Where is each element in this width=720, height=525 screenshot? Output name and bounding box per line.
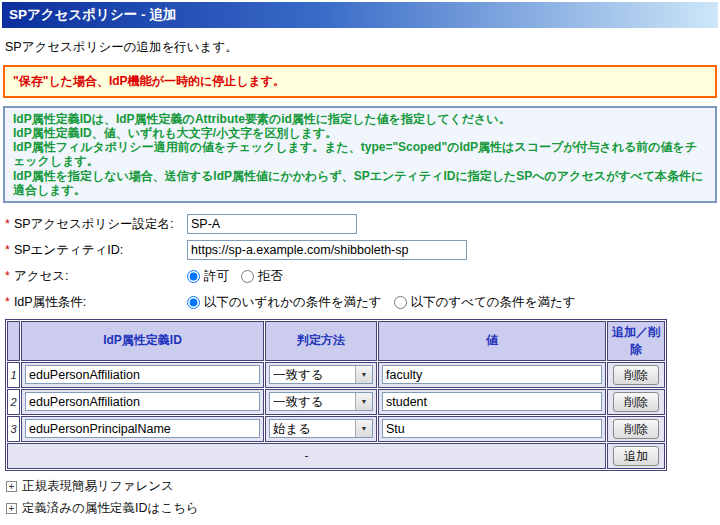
value-cell [378, 389, 606, 415]
value-input[interactable] [382, 419, 602, 438]
condition-option-all[interactable]: 以下のすべての条件を満たす [394, 294, 576, 311]
method-select-value: 一致する [270, 393, 355, 410]
attr-id-cell [21, 416, 264, 442]
col-header-value: 値 [378, 321, 606, 361]
info-line: IdP属性定義IDは、IdP属性定義のAttribute要素のid属性に指定した… [13, 112, 707, 126]
value-cell [378, 416, 606, 442]
value-cell [378, 362, 606, 388]
add-row-button[interactable]: 追加 [613, 446, 659, 466]
method-select[interactable]: 一致する ▼ [269, 392, 373, 411]
attr-condition-radio-group: 以下のいずれかの条件を満たす 以下のすべての条件を満たす [187, 294, 575, 311]
row-number: 3 [7, 416, 20, 442]
info-line: IdP属性フィルタポリシー適用前の値をチェックします。また、type="Scop… [13, 140, 707, 168]
col-header-number [7, 321, 20, 361]
chevron-down-icon[interactable]: ▼ [355, 366, 372, 383]
page-title: SPアクセスポリシー - 追加 [2, 2, 718, 28]
col-header-attr-id: IdP属性定義ID [21, 321, 264, 361]
table-row: 2 一致する ▼ 削除 [7, 389, 665, 415]
attr-condition-label-cell: *IdP属性条件: [5, 294, 187, 311]
info-line: IdP属性定義ID、値、いずれも大文字/小文字を区別します。 [13, 126, 707, 140]
entity-id-input[interactable] [187, 240, 467, 260]
entity-id-label-cell: *SPエンティティID: [5, 242, 187, 259]
col-header-method: 判定方法 [265, 321, 377, 361]
policy-name-row: *SPアクセスポリシー設定名: [5, 214, 718, 235]
method-select[interactable]: 始まる ▼ [269, 419, 373, 438]
access-option-deny[interactable]: 拒否 [241, 268, 283, 285]
method-cell: 一致する ▼ [265, 362, 377, 388]
info-line: IdP属性を指定しない場合、送信するIdP属性値にかかわらず、SPエンティティI… [13, 169, 707, 197]
condition-option-all-label: 以下のすべての条件を満たす [411, 294, 576, 311]
method-select-value: 一致する [270, 366, 355, 383]
conditions-table: IdP属性定義ID 判定方法 値 追加／削除 1 一致する ▼ 削除 [5, 319, 667, 471]
form-section: *SPアクセスポリシー設定名: *SPエンティティID: *アクセス: 許可 [5, 214, 718, 313]
warning-text: "保存"した場合、IdP機能が一時的に停止します。 [13, 74, 285, 88]
page: SPアクセスポリシー - 追加 SPアクセスポリシーの追加を行います。 "保存"… [0, 0, 720, 525]
method-select-value: 始まる [270, 420, 355, 437]
col-header-action: 追加／削除 [607, 321, 665, 361]
attr-id-input[interactable] [25, 365, 260, 384]
condition-option-any-label: 以下のいずれかの条件を満たす [204, 294, 382, 311]
row-number: 1 [7, 362, 20, 388]
attr-id-input[interactable] [25, 392, 260, 411]
method-cell: 一致する ▼ [265, 389, 377, 415]
regex-reference-label: 正規表現簡易リファレンス [22, 478, 174, 495]
required-mark: * [5, 269, 10, 283]
row-number: 2 [7, 389, 20, 415]
delete-row-button[interactable]: 削除 [613, 392, 659, 412]
condition-radio-any[interactable] [187, 296, 200, 309]
entity-id-label: SPエンティティID: [14, 243, 123, 257]
access-option-deny-label: 拒否 [258, 268, 283, 285]
value-input[interactable] [382, 365, 602, 384]
method-cell: 始まる ▼ [265, 416, 377, 442]
value-input[interactable] [382, 392, 602, 411]
condition-option-any[interactable]: 以下のいずれかの条件を満たす [187, 294, 382, 311]
required-mark: * [5, 295, 10, 309]
attr-id-cell [21, 362, 264, 388]
defined-attr-ids-label: 定義済みの属性定義IDはこちら [22, 500, 199, 517]
footer-dash: - [7, 443, 606, 469]
info-box: IdP属性定義IDは、IdP属性定義のAttribute要素のid属性に指定した… [3, 106, 717, 203]
regex-reference-toggle[interactable]: + 正規表現簡易リファレンス [6, 477, 718, 496]
method-select[interactable]: 一致する ▼ [269, 365, 373, 384]
required-mark: * [5, 243, 10, 257]
attr-id-input[interactable] [25, 419, 260, 438]
access-option-allow-label: 許可 [204, 268, 229, 285]
attr-condition-label: IdP属性条件: [14, 295, 86, 309]
access-label: アクセス: [14, 269, 69, 283]
required-mark: * [5, 217, 10, 231]
delete-row-button[interactable]: 削除 [613, 419, 659, 439]
table-footer-row: - 追加 [7, 443, 665, 469]
policy-name-input[interactable] [187, 214, 357, 234]
defined-attr-ids-toggle[interactable]: + 定義済みの属性定義IDはこちら [6, 499, 718, 518]
delete-row-button[interactable]: 削除 [613, 365, 659, 385]
expand-plus-icon[interactable]: + [6, 481, 17, 492]
conditions-table-header-row: IdP属性定義ID 判定方法 値 追加／削除 [7, 321, 665, 361]
policy-name-label: SPアクセスポリシー設定名: [14, 217, 174, 231]
action-cell: 削除 [607, 362, 665, 388]
access-option-allow[interactable]: 許可 [187, 268, 229, 285]
warning-box: "保存"した場合、IdP機能が一時的に停止します。 [3, 65, 717, 98]
entity-id-row: *SPエンティティID: [5, 240, 718, 261]
attr-id-cell [21, 389, 264, 415]
action-cell: 削除 [607, 389, 665, 415]
expand-links: + 正規表現簡易リファレンス + 定義済みの属性定義IDはこちら [6, 477, 718, 518]
expand-plus-icon[interactable]: + [6, 503, 17, 514]
table-row: 3 始まる ▼ 削除 [7, 416, 665, 442]
attr-condition-row: *IdP属性条件: 以下のいずれかの条件を満たす 以下のすべての条件を満たす [5, 292, 718, 313]
access-row: *アクセス: 許可 拒否 [5, 266, 718, 287]
add-cell: 追加 [607, 443, 665, 469]
table-row: 1 一致する ▼ 削除 [7, 362, 665, 388]
chevron-down-icon[interactable]: ▼ [355, 420, 372, 437]
access-radio-deny[interactable] [241, 270, 254, 283]
access-radio-group: 許可 拒否 [187, 268, 283, 285]
page-subtitle: SPアクセスポリシーの追加を行います。 [5, 39, 718, 56]
condition-radio-all[interactable] [394, 296, 407, 309]
access-label-cell: *アクセス: [5, 268, 187, 285]
access-radio-allow[interactable] [187, 270, 200, 283]
chevron-down-icon[interactable]: ▼ [355, 393, 372, 410]
policy-name-label-cell: *SPアクセスポリシー設定名: [5, 216, 187, 233]
action-cell: 削除 [607, 416, 665, 442]
